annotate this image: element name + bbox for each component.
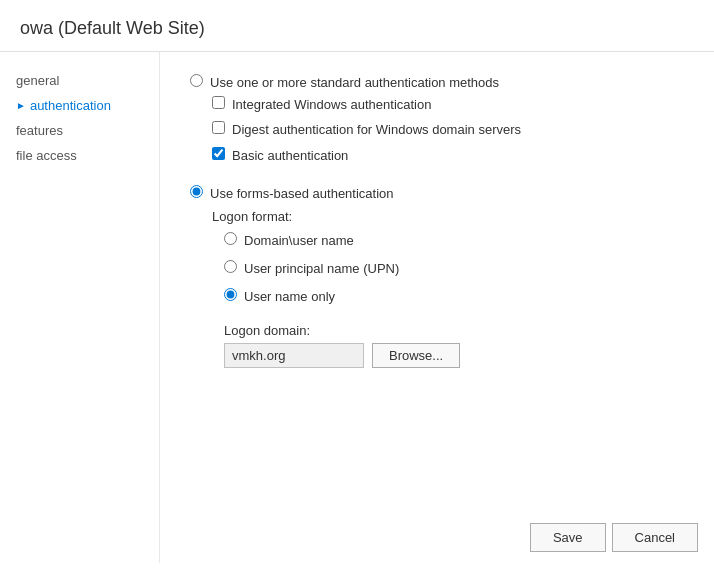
logon-domain-label: Logon domain: bbox=[224, 323, 684, 338]
digest-checkbox-item: Digest authentication for Windows domain… bbox=[212, 119, 684, 141]
logon-domain-row: Browse... bbox=[224, 343, 684, 368]
basic-label[interactable]: Basic authentication bbox=[232, 147, 348, 165]
page-title: owa (Default Web Site) bbox=[0, 0, 714, 52]
sidebar-item-label: authentication bbox=[30, 98, 111, 113]
basic-checkbox-item: Basic authentication bbox=[212, 145, 684, 167]
sidebar-item-file-access[interactable]: file access bbox=[0, 143, 159, 168]
sidebar-item-label: file access bbox=[16, 148, 77, 163]
main-content: Use one or more standard authentication … bbox=[160, 52, 714, 563]
user-only-radio-item: User name only bbox=[224, 286, 684, 308]
forms-auth-radio[interactable] bbox=[190, 185, 203, 198]
sidebar-item-label: features bbox=[16, 123, 63, 138]
standard-auth-radio-item: Use one or more standard authentication … bbox=[190, 72, 684, 94]
forms-auth-label[interactable]: Use forms-based authentication bbox=[210, 185, 394, 203]
arrow-icon: ► bbox=[16, 100, 26, 111]
basic-checkbox[interactable] bbox=[212, 147, 225, 160]
sidebar-item-authentication[interactable]: ► authentication bbox=[0, 93, 159, 118]
logon-format-options: Domain\user name User principal name (UP… bbox=[224, 230, 684, 309]
domain-user-radio[interactable] bbox=[224, 232, 237, 245]
standard-auth-sub-options: Integrated Windows authentication Digest… bbox=[212, 94, 684, 167]
user-only-radio[interactable] bbox=[224, 288, 237, 301]
domain-user-radio-item: Domain\user name bbox=[224, 230, 684, 252]
cancel-button[interactable]: Cancel bbox=[612, 523, 698, 552]
iwa-checkbox[interactable] bbox=[212, 96, 225, 109]
standard-auth-radio[interactable] bbox=[190, 74, 203, 87]
user-only-label[interactable]: User name only bbox=[244, 288, 335, 306]
digest-checkbox[interactable] bbox=[212, 121, 225, 134]
forms-auth-section: Use forms-based authentication Logon for… bbox=[190, 183, 684, 368]
footer-buttons: Save Cancel bbox=[530, 523, 698, 552]
digest-label[interactable]: Digest authentication for Windows domain… bbox=[232, 121, 521, 139]
domain-input[interactable] bbox=[224, 343, 364, 368]
standard-auth-label[interactable]: Use one or more standard authentication … bbox=[210, 74, 499, 92]
save-button[interactable]: Save bbox=[530, 523, 606, 552]
iwa-label[interactable]: Integrated Windows authentication bbox=[232, 96, 431, 114]
upn-label[interactable]: User principal name (UPN) bbox=[244, 260, 399, 278]
browse-button[interactable]: Browse... bbox=[372, 343, 460, 368]
sidebar-item-general[interactable]: general bbox=[0, 68, 159, 93]
logon-domain-section: Logon domain: Browse... bbox=[224, 323, 684, 368]
sidebar: general ► authentication features file a… bbox=[0, 52, 160, 563]
standard-auth-section: Use one or more standard authentication … bbox=[190, 72, 684, 167]
domain-user-label[interactable]: Domain\user name bbox=[244, 232, 354, 250]
iwa-checkbox-item: Integrated Windows authentication bbox=[212, 94, 684, 116]
logon-format-label: Logon format: bbox=[212, 209, 684, 224]
forms-auth-radio-item: Use forms-based authentication bbox=[190, 183, 684, 205]
upn-radio[interactable] bbox=[224, 260, 237, 273]
upn-radio-item: User principal name (UPN) bbox=[224, 258, 684, 280]
sidebar-item-features[interactable]: features bbox=[0, 118, 159, 143]
sidebar-item-label: general bbox=[16, 73, 59, 88]
